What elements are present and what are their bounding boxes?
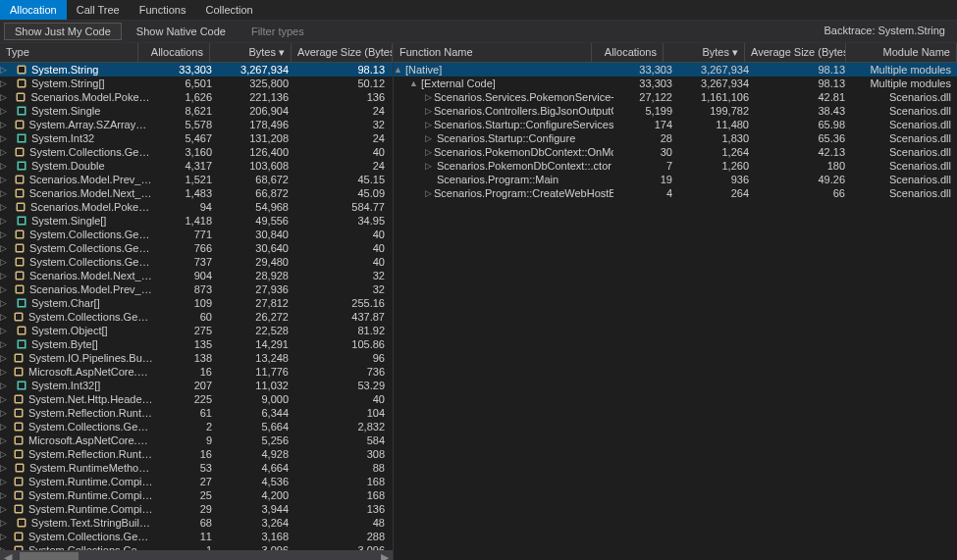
- expand-icon[interactable]: ▷: [0, 229, 10, 239]
- expand-icon[interactable]: ▷: [425, 147, 434, 157]
- table-row[interactable]: ▷Scenarios.Services.PokemonService+27,12…: [394, 90, 957, 104]
- table-row[interactable]: ▷System.Collections.Generic.List3,160126…: [0, 145, 393, 159]
- expand-icon[interactable]: ▷: [0, 257, 10, 267]
- col-avg-header-r[interactable]: Average Size (Bytes): [745, 43, 846, 62]
- expand-icon[interactable]: ▷: [425, 133, 437, 143]
- table-row[interactable]: ▷Microsoft.AspNetCore.Server.IIS.Core.II…: [0, 433, 393, 447]
- expand-icon[interactable]: ▷: [0, 147, 10, 157]
- table-row[interactable]: ▷System.Collections.Concurrent.Concurren…: [0, 543, 393, 550]
- expand-icon[interactable]: ▷: [425, 92, 434, 102]
- col-function-header[interactable]: Function Name: [394, 43, 592, 62]
- expand-icon[interactable]: ▷: [0, 78, 12, 88]
- expand-icon[interactable]: ▷: [0, 133, 12, 143]
- tab-collection[interactable]: Collection: [195, 0, 262, 20]
- expand-icon[interactable]: ▷: [0, 408, 9, 418]
- tab-functions[interactable]: Functions: [130, 0, 196, 20]
- expand-icon[interactable]: ▷: [0, 188, 10, 198]
- expand-icon[interactable]: ▷: [0, 381, 12, 390]
- expand-icon[interactable]: ▷: [0, 312, 9, 322]
- expand-icon[interactable]: ▷: [0, 504, 9, 514]
- expand-icon[interactable]: ▷: [0, 518, 12, 528]
- expand-icon[interactable]: ▷: [0, 65, 12, 75]
- expand-icon[interactable]: ▷: [0, 271, 10, 280]
- expand-icon[interactable]: ▷: [0, 175, 10, 184]
- table-row[interactable]: ▷System.Single[]1,41849,55634.95: [0, 214, 393, 228]
- table-row[interactable]: ▷System.Array.SZArrayEnumerator5,578178,…: [0, 118, 393, 131]
- table-row[interactable]: ▷System.Object[]27522,52881.92: [0, 324, 393, 337]
- table-row[interactable]: ▷System.Collections.Generic.List77130,84…: [0, 228, 393, 241]
- table-row[interactable]: ▷Scenarios.PokemonDbContext::.ctor71,260…: [394, 159, 957, 173]
- expand-icon[interactable]: ▷: [0, 367, 9, 377]
- expand-icon[interactable]: ▷: [0, 92, 11, 102]
- expand-icon[interactable]: ▷: [0, 339, 12, 349]
- expand-icon[interactable]: ▷: [0, 422, 9, 432]
- expand-icon[interactable]: ▲: [394, 65, 405, 75]
- show-just-my-code-button[interactable]: Show Just My Code: [4, 23, 122, 40]
- expand-icon[interactable]: ▷: [425, 188, 434, 198]
- expand-icon[interactable]: ▷: [0, 216, 12, 226]
- expand-icon[interactable]: ▷: [0, 243, 10, 253]
- table-row[interactable]: ▷Scenarios.Model.Next_Evolution[]1,48366…: [0, 186, 393, 200]
- table-row[interactable]: ▷System.IO.Pipelines.BufferSegment13813,…: [0, 351, 393, 365]
- table-row[interactable]: ▷System.Int32[]20711,03253.29: [0, 379, 393, 392]
- col-type-header[interactable]: Type: [0, 43, 138, 62]
- table-row[interactable]: ▷System.Runtime.CompilerServices.AsyncTa…: [0, 475, 393, 488]
- table-row[interactable]: ▷System.RuntimeMethodInfoStub534,66488: [0, 461, 393, 475]
- table-row[interactable]: ▷System.Text.StringBuilder683,26448: [0, 516, 393, 530]
- table-row[interactable]: ▷System.Single8,621206,90424: [0, 104, 393, 118]
- tab-call-tree[interactable]: Call Tree: [67, 0, 130, 20]
- expand-icon[interactable]: ▷: [0, 106, 12, 116]
- table-row[interactable]: ▷System.Runtime.CompilerServices.AsyncTa…: [0, 502, 393, 516]
- expand-icon[interactable]: ▷: [0, 394, 9, 404]
- table-row[interactable]: ▷System.Collections.Generic.Dictionary60…: [0, 310, 393, 324]
- expand-icon[interactable]: ▷: [425, 161, 437, 171]
- col-allocations-header-r[interactable]: Allocations: [592, 43, 664, 62]
- expand-icon[interactable]: ▷: [0, 353, 9, 363]
- expand-icon[interactable]: ▷: [0, 326, 12, 335]
- expand-icon[interactable]: ▷: [0, 477, 9, 486]
- table-row[interactable]: ▷System.Net.Http.Headers.HttpHeaders.Hea…: [0, 392, 393, 406]
- col-allocations-header[interactable]: Allocations: [138, 43, 210, 62]
- expand-icon[interactable]: ▷: [0, 449, 9, 459]
- table-row[interactable]: ▷System.Collections.Generic.List76630,64…: [0, 241, 393, 255]
- expand-icon[interactable]: ▷: [425, 106, 434, 116]
- table-row[interactable]: ▷System.Reflection.RuntimeMethodInfo[]16…: [0, 447, 393, 461]
- table-row[interactable]: ▷System.Runtime.CompilerServices.AsyncTa…: [0, 488, 393, 502]
- col-bytes-header[interactable]: Bytes ▾: [210, 43, 292, 62]
- table-row[interactable]: ▷System.String[]6,501325,80050.12: [0, 76, 393, 90]
- table-row[interactable]: ▷Scenarios.Model.Next_Evolution90428,928…: [0, 269, 393, 282]
- table-row[interactable]: ▷Scenarios.Startup::ConfigureServices174…: [394, 118, 957, 131]
- table-row[interactable]: ▷Microsoft.AspNetCore.HttpSys.Internal.R…: [0, 365, 393, 379]
- table-row[interactable]: ▷System.Byte[]13514,291105.86: [0, 337, 393, 351]
- expand-icon[interactable]: ▷: [0, 463, 10, 473]
- table-row[interactable]: ▷Scenarios.Model.Pokemon1,626221,136136: [0, 90, 393, 104]
- table-row[interactable]: ▷System.Collections.Generic.Dictionary11…: [0, 530, 393, 543]
- expand-icon[interactable]: ▷: [0, 161, 12, 171]
- table-row[interactable]: ▷System.Reflection.RuntimeMethodInfo616,…: [0, 406, 393, 420]
- table-row[interactable]: ▷System.String33,3033,267,93498.13: [0, 63, 393, 76]
- table-row[interactable]: ▷System.Collections.Generic.Dictionary25…: [0, 420, 393, 433]
- table-row[interactable]: ▲[Native]33,3033,267,93498.13Multiple mo…: [394, 63, 957, 76]
- expand-icon[interactable]: ▷: [0, 435, 9, 445]
- expand-icon[interactable]: ▷: [0, 298, 12, 308]
- scroll-right-icon[interactable]: ▶: [377, 551, 393, 561]
- tab-allocation[interactable]: Allocation: [0, 0, 67, 20]
- table-row[interactable]: ▷Scenarios.Model.Prev_Evolution[]1,52168…: [0, 173, 393, 186]
- horizontal-scrollbar[interactable]: ◀ ▶: [0, 550, 393, 560]
- expand-icon[interactable]: ▷: [0, 202, 11, 212]
- expand-icon[interactable]: ▷: [0, 532, 9, 541]
- table-row[interactable]: ▲[External Code]33,3033,267,93498.13Mult…: [394, 76, 957, 90]
- table-row[interactable]: ▷Scenarios.Model.Prev_Evolution87327,936…: [0, 282, 393, 296]
- filter-types-input[interactable]: Filter types: [240, 23, 315, 40]
- expand-icon[interactable]: ▷: [0, 490, 9, 500]
- col-bytes-header-r[interactable]: Bytes ▾: [664, 43, 745, 62]
- scroll-left-icon[interactable]: ◀: [0, 551, 16, 561]
- expand-icon[interactable]: ▷: [425, 120, 434, 129]
- table-row[interactable]: ▷Scenarios.Controllers.BigJsonOutputCont…: [394, 104, 957, 118]
- table-row[interactable]: ▷Scenarios.Startup::Configure281,83065.3…: [394, 131, 957, 145]
- table-row[interactable]: ▷Scenarios.Model.Pokemon[]9454,968584.77: [0, 200, 393, 214]
- scroll-thumb[interactable]: [20, 552, 79, 560]
- col-module-header[interactable]: Module Name: [846, 43, 957, 62]
- show-native-code-button[interactable]: Show Native Code: [126, 23, 237, 40]
- table-row[interactable]: ▷System.Char[]10927,812255.16: [0, 296, 393, 310]
